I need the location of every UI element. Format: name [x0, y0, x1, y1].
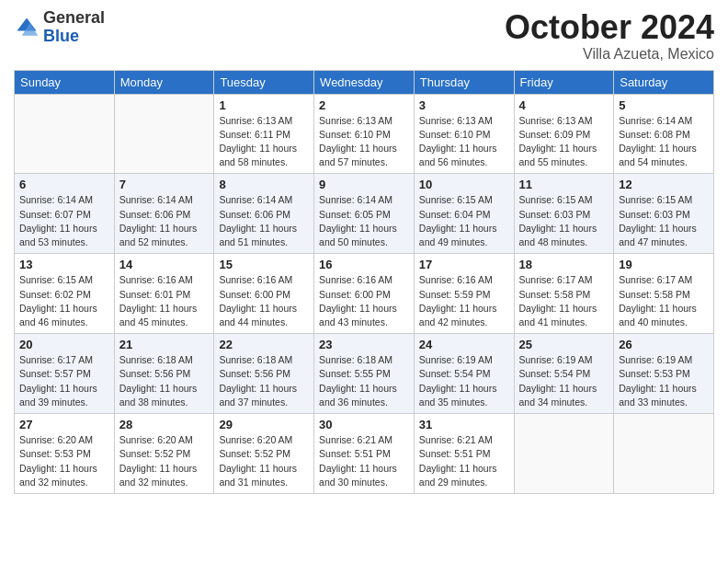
- day-info: Sunrise: 6:16 AMSunset: 5:59 PMDaylight:…: [419, 273, 509, 329]
- day-number: 27: [19, 418, 109, 431]
- calendar-cell: 27Sunrise: 6:20 AMSunset: 5:53 PMDayligh…: [15, 414, 115, 494]
- calendar-cell: 13Sunrise: 6:15 AMSunset: 6:02 PMDayligh…: [15, 254, 115, 334]
- calendar-cell: 24Sunrise: 6:19 AMSunset: 5:54 PMDayligh…: [414, 334, 514, 414]
- calendar-cell: 8Sunrise: 6:14 AMSunset: 6:06 PMDaylight…: [214, 174, 314, 254]
- day-info: Sunrise: 6:19 AMSunset: 5:53 PMDaylight:…: [619, 353, 709, 409]
- calendar-cell: 11Sunrise: 6:15 AMSunset: 6:03 PMDayligh…: [514, 174, 614, 254]
- calendar-cell: 20Sunrise: 6:17 AMSunset: 5:57 PMDayligh…: [15, 334, 115, 414]
- day-number: 14: [119, 258, 210, 271]
- header-sunday: Sunday: [15, 70, 115, 94]
- calendar-cell: 4Sunrise: 6:13 AMSunset: 6:09 PMDaylight…: [514, 94, 614, 174]
- calendar-cell: 9Sunrise: 6:14 AMSunset: 6:05 PMDaylight…: [314, 174, 415, 254]
- calendar-row-1: 1Sunrise: 6:13 AMSunset: 6:11 PMDaylight…: [15, 94, 714, 174]
- calendar-row-3: 13Sunrise: 6:15 AMSunset: 6:02 PMDayligh…: [15, 254, 714, 334]
- header-tuesday: Tuesday: [214, 70, 314, 94]
- day-number: 30: [319, 418, 409, 431]
- header: General Blue October 2024 Villa Azueta, …: [14, 9, 714, 63]
- day-info: Sunrise: 6:13 AMSunset: 6:10 PMDaylight:…: [419, 114, 509, 170]
- day-info: Sunrise: 6:17 AMSunset: 5:58 PMDaylight:…: [519, 273, 609, 329]
- day-info: Sunrise: 6:17 AMSunset: 5:57 PMDaylight:…: [19, 353, 109, 409]
- header-monday: Monday: [114, 70, 214, 94]
- calendar-cell: 5Sunrise: 6:14 AMSunset: 6:08 PMDaylight…: [614, 94, 714, 174]
- calendar-cell: 3Sunrise: 6:13 AMSunset: 6:10 PMDaylight…: [414, 94, 514, 174]
- day-number: 12: [619, 178, 709, 191]
- day-info: Sunrise: 6:13 AMSunset: 6:09 PMDaylight:…: [519, 114, 609, 170]
- day-info: Sunrise: 6:15 AMSunset: 6:02 PMDaylight:…: [19, 273, 109, 329]
- calendar-cell: 7Sunrise: 6:14 AMSunset: 6:06 PMDaylight…: [114, 174, 214, 254]
- calendar-cell: [514, 414, 614, 494]
- calendar-cell: 19Sunrise: 6:17 AMSunset: 5:58 PMDayligh…: [614, 254, 714, 334]
- logo: General Blue: [14, 9, 105, 46]
- calendar-cell: 17Sunrise: 6:16 AMSunset: 5:59 PMDayligh…: [414, 254, 514, 334]
- day-info: Sunrise: 6:20 AMSunset: 5:53 PMDaylight:…: [19, 433, 109, 489]
- header-thursday: Thursday: [414, 70, 514, 94]
- day-number: 24: [419, 338, 509, 351]
- day-number: 17: [419, 258, 509, 271]
- weekday-header-row: Sunday Monday Tuesday Wednesday Thursday…: [15, 70, 714, 94]
- day-number: 26: [619, 338, 709, 351]
- day-number: 19: [619, 258, 709, 271]
- calendar-cell: 6Sunrise: 6:14 AMSunset: 6:07 PMDaylight…: [15, 174, 115, 254]
- day-number: 7: [119, 178, 210, 191]
- day-number: 20: [19, 338, 109, 351]
- day-number: 29: [219, 418, 309, 431]
- day-info: Sunrise: 6:18 AMSunset: 5:56 PMDaylight:…: [219, 353, 309, 409]
- calendar-cell: 31Sunrise: 6:21 AMSunset: 5:51 PMDayligh…: [414, 414, 514, 494]
- day-info: Sunrise: 6:14 AMSunset: 6:06 PMDaylight:…: [119, 193, 210, 249]
- header-friday: Friday: [514, 70, 614, 94]
- calendar-cell: 1Sunrise: 6:13 AMSunset: 6:11 PMDaylight…: [214, 94, 314, 174]
- day-number: 9: [319, 178, 409, 191]
- day-info: Sunrise: 6:19 AMSunset: 5:54 PMDaylight:…: [519, 353, 609, 409]
- logo-general-text: General: [43, 9, 105, 28]
- day-info: Sunrise: 6:14 AMSunset: 6:06 PMDaylight:…: [219, 193, 309, 249]
- calendar-cell: 25Sunrise: 6:19 AMSunset: 5:54 PMDayligh…: [514, 334, 614, 414]
- calendar-cell: [114, 94, 214, 174]
- day-info: Sunrise: 6:21 AMSunset: 5:51 PMDaylight:…: [319, 433, 409, 489]
- day-info: Sunrise: 6:18 AMSunset: 5:55 PMDaylight:…: [319, 353, 409, 409]
- day-info: Sunrise: 6:21 AMSunset: 5:51 PMDaylight:…: [419, 433, 509, 489]
- calendar-row-4: 20Sunrise: 6:17 AMSunset: 5:57 PMDayligh…: [15, 334, 714, 414]
- calendar-cell: 2Sunrise: 6:13 AMSunset: 6:10 PMDaylight…: [314, 94, 415, 174]
- day-number: 11: [519, 178, 609, 191]
- calendar-table: Sunday Monday Tuesday Wednesday Thursday…: [14, 70, 714, 494]
- day-number: 15: [219, 258, 309, 271]
- logo-text: General Blue: [43, 9, 105, 46]
- day-number: 2: [319, 98, 409, 112]
- day-info: Sunrise: 6:20 AMSunset: 5:52 PMDaylight:…: [219, 433, 309, 489]
- day-info: Sunrise: 6:15 AMSunset: 6:03 PMDaylight:…: [519, 193, 609, 249]
- day-info: Sunrise: 6:16 AMSunset: 6:00 PMDaylight:…: [219, 273, 309, 329]
- day-number: 22: [219, 338, 309, 351]
- day-number: 23: [319, 338, 409, 351]
- calendar-cell: 30Sunrise: 6:21 AMSunset: 5:51 PMDayligh…: [314, 414, 415, 494]
- day-info: Sunrise: 6:20 AMSunset: 5:52 PMDaylight:…: [119, 433, 210, 489]
- calendar-cell: 16Sunrise: 6:16 AMSunset: 6:00 PMDayligh…: [314, 254, 415, 334]
- calendar-cell: 14Sunrise: 6:16 AMSunset: 6:01 PMDayligh…: [114, 254, 214, 334]
- calendar-cell: 23Sunrise: 6:18 AMSunset: 5:55 PMDayligh…: [314, 334, 415, 414]
- title-block: October 2024 Villa Azueta, Mexico: [505, 9, 714, 63]
- day-info: Sunrise: 6:19 AMSunset: 5:54 PMDaylight:…: [419, 353, 509, 409]
- calendar-cell: 21Sunrise: 6:18 AMSunset: 5:56 PMDayligh…: [114, 334, 214, 414]
- calendar-row-5: 27Sunrise: 6:20 AMSunset: 5:53 PMDayligh…: [15, 414, 714, 494]
- day-info: Sunrise: 6:17 AMSunset: 5:58 PMDaylight:…: [619, 273, 709, 329]
- day-number: 16: [319, 258, 409, 271]
- day-info: Sunrise: 6:13 AMSunset: 6:11 PMDaylight:…: [219, 114, 309, 170]
- day-info: Sunrise: 6:14 AMSunset: 6:05 PMDaylight:…: [319, 193, 409, 249]
- day-number: 21: [119, 338, 210, 351]
- calendar-cell: [614, 414, 714, 494]
- calendar-cell: 28Sunrise: 6:20 AMSunset: 5:52 PMDayligh…: [114, 414, 214, 494]
- page: General Blue October 2024 Villa Azueta, …: [0, 0, 728, 563]
- day-number: 18: [519, 258, 609, 271]
- calendar-cell: 26Sunrise: 6:19 AMSunset: 5:53 PMDayligh…: [614, 334, 714, 414]
- day-info: Sunrise: 6:15 AMSunset: 6:03 PMDaylight:…: [619, 193, 709, 249]
- day-number: 28: [119, 418, 210, 431]
- calendar-cell: 29Sunrise: 6:20 AMSunset: 5:52 PMDayligh…: [214, 414, 314, 494]
- day-number: 25: [519, 338, 609, 351]
- day-info: Sunrise: 6:16 AMSunset: 6:00 PMDaylight:…: [319, 273, 409, 329]
- calendar-cell: 15Sunrise: 6:16 AMSunset: 6:00 PMDayligh…: [214, 254, 314, 334]
- day-number: 8: [219, 178, 309, 191]
- day-number: 4: [519, 98, 609, 112]
- day-info: Sunrise: 6:16 AMSunset: 6:01 PMDaylight:…: [119, 273, 210, 329]
- title-month: October 2024: [505, 9, 714, 46]
- day-info: Sunrise: 6:13 AMSunset: 6:10 PMDaylight:…: [319, 114, 409, 170]
- day-number: 6: [19, 178, 109, 191]
